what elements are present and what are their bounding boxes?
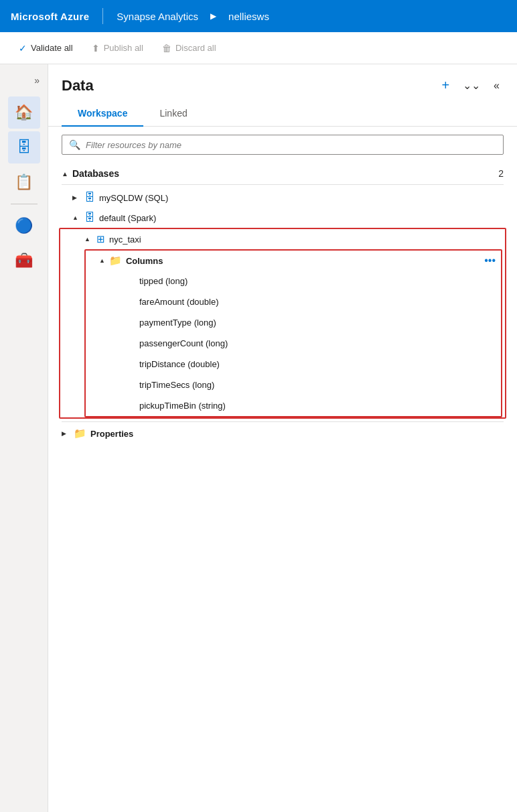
sidebar: » 🏠 🗄 📋 🔵 🧰 xyxy=(0,64,48,812)
tab-linked-label: Linked xyxy=(159,108,187,119)
header-divider xyxy=(102,8,103,24)
more-options-icon[interactable]: ••• xyxy=(482,255,498,267)
mysqlDW-icon: 🗄 xyxy=(84,192,95,204)
panel-header-actions: + ⌄⌄ « xyxy=(437,75,504,96)
databases-expand-icon: ▲ xyxy=(62,170,68,178)
database-icon: 🗄 xyxy=(17,140,31,155)
upload-icon: ⬆ xyxy=(92,43,100,54)
tab-linked[interactable]: Linked xyxy=(143,101,203,127)
sidebar-separator xyxy=(11,204,38,204)
databases-title: Databases xyxy=(72,168,119,179)
checkmark-icon: ✓ xyxy=(19,43,27,54)
validate-label: Validate all xyxy=(31,43,73,53)
columns-folder-icon: 📁 xyxy=(109,255,122,267)
panel-header: Data + ⌄⌄ « xyxy=(48,64,517,101)
columns-expand-icon: ▲ xyxy=(88,257,105,264)
content-area: Data + ⌄⌄ « Workspace Linked xyxy=(48,64,517,812)
column-item-3: passengerCount (long) xyxy=(86,333,501,354)
column-item-1: fareAmount (double) xyxy=(86,291,501,312)
column-item-6: pickupTimeBin (string) xyxy=(86,395,501,416)
plus-icon: + xyxy=(441,78,449,92)
highlight-box: ▲ ⊞ nyc_taxi ▲ 📁 Columns ••• xyxy=(59,228,506,419)
trash-icon: 🗑 xyxy=(162,43,171,54)
manage-icon: 🧰 xyxy=(15,253,33,268)
search-box: 🔍 xyxy=(62,135,504,155)
mysqlDW-expand-icon: ▶ xyxy=(72,194,80,201)
column-item-5: tripTimeSecs (long) xyxy=(86,375,501,395)
sidebar-collapse-button[interactable]: » xyxy=(31,72,42,88)
service-label: Synapse Analytics xyxy=(117,11,198,22)
default-spark-icon: 🗄 xyxy=(84,212,95,224)
home-icon: 🏠 xyxy=(15,105,33,120)
tab-workspace[interactable]: Workspace xyxy=(62,101,143,127)
validate-all-button[interactable]: ✓ Validate all xyxy=(11,39,81,58)
columns-label: Columns xyxy=(126,256,163,266)
table-icon: ⊞ xyxy=(96,233,105,245)
properties-label: Properties xyxy=(90,429,133,439)
sidebar-collapse-area: » xyxy=(0,70,48,94)
collapse-panel-button[interactable]: « xyxy=(490,77,504,94)
top-header: Microsoft Azure Synapse Analytics ▶ nell… xyxy=(0,0,517,32)
publish-all-button[interactable]: ⬆ Publish all xyxy=(84,39,151,58)
discard-all-button[interactable]: 🗑 Discard all xyxy=(154,39,224,58)
search-icon: 🔍 xyxy=(69,139,80,150)
tree-item-nyc-taxi[interactable]: ▲ ⊞ nyc_taxi xyxy=(63,229,502,249)
sidebar-item-monitor[interactable]: 🔵 xyxy=(8,210,40,242)
nyc-taxi-label: nyc_taxi xyxy=(109,234,141,245)
publish-label: Publish all xyxy=(104,43,143,53)
sidebar-item-manage[interactable]: 🧰 xyxy=(8,245,40,277)
sidebar-item-database[interactable]: 🗄 xyxy=(8,131,40,163)
add-button[interactable]: + xyxy=(437,75,453,96)
notebooks-icon: 📋 xyxy=(15,175,33,190)
column-item-0: tipped (long) xyxy=(86,271,501,291)
default-spark-expand-icon: ▲ xyxy=(72,214,80,221)
main-layout: » 🏠 🗄 📋 🔵 🧰 Data + xyxy=(0,64,517,812)
breadcrumb-arrow-icon: ▶ xyxy=(210,11,216,21)
panel-title: Data xyxy=(62,77,94,94)
chevron-left-icon: » xyxy=(34,75,40,86)
column-item-4: tripDistance (double) xyxy=(86,354,501,375)
chevron-down-icon: ⌄⌄ xyxy=(463,80,480,91)
workspace-label: nelliesws xyxy=(228,11,269,22)
mysqlDW-label: mySQLDW (SQL) xyxy=(99,193,168,203)
search-container: 🔍 xyxy=(48,127,517,163)
databases-header-left: ▲ Databases xyxy=(62,168,119,179)
monitor-icon: 🔵 xyxy=(15,218,33,233)
columns-row-left: ▲ 📁 Columns xyxy=(88,255,163,267)
sidebar-item-notebooks[interactable]: 📋 xyxy=(8,166,40,198)
tabs-container: Workspace Linked xyxy=(48,101,517,127)
double-chevron-left-icon: « xyxy=(494,80,500,91)
properties-folder-icon: 📁 xyxy=(74,427,86,439)
brand-label: Microsoft Azure xyxy=(11,11,89,22)
tab-workspace-label: Workspace xyxy=(78,108,127,119)
properties-expand-icon: ▶ xyxy=(62,430,70,437)
nyc-taxi-expand-icon: ▲ xyxy=(84,236,92,243)
columns-box: ▲ 📁 Columns ••• tipped (long) fareAmount… xyxy=(84,249,502,417)
search-input[interactable] xyxy=(86,140,496,150)
expand-button[interactable]: ⌄⌄ xyxy=(459,76,484,94)
tree-item-default-spark[interactable]: ▲ 🗄 default (Spark) xyxy=(62,208,504,228)
tree-section: ▲ Databases 2 ▶ 🗄 mySQLDW (SQL) ▲ 🗄 defa… xyxy=(48,163,517,812)
default-spark-label: default (Spark) xyxy=(99,213,156,223)
databases-count: 2 xyxy=(498,168,504,179)
databases-section-header: ▲ Databases 2 xyxy=(62,163,504,185)
discard-label: Discard all xyxy=(175,43,216,53)
sidebar-item-home[interactable]: 🏠 xyxy=(8,96,40,129)
tree-item-mysqlDW[interactable]: ▶ 🗄 mySQLDW (SQL) xyxy=(62,188,504,208)
columns-row[interactable]: ▲ 📁 Columns ••• xyxy=(86,251,501,271)
tree-item-properties[interactable]: ▶ 📁 Properties xyxy=(62,421,504,445)
toolbar: ✓ Validate all ⬆ Publish all 🗑 Discard a… xyxy=(0,32,517,64)
column-item-2: paymentType (long) xyxy=(86,312,501,333)
